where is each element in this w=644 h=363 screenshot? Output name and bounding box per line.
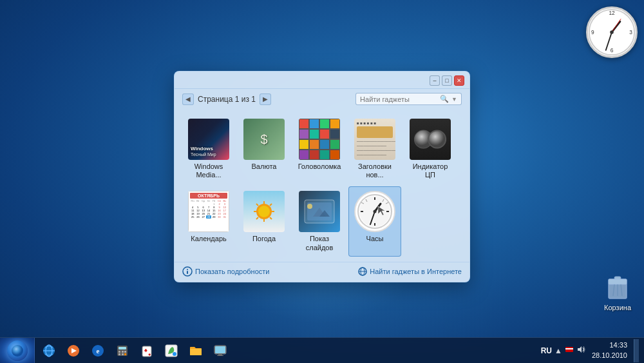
page-label: Страница 1 из 1 <box>198 95 256 104</box>
gadget-thumb-weather <box>243 191 285 232</box>
svg-rect-12 <box>614 277 621 279</box>
gadget-item-slideshow[interactable]: Показ слайдов <box>293 186 346 256</box>
svg-rect-63 <box>118 347 126 349</box>
svg-text:♠: ♠ <box>144 347 147 353</box>
gadget-thumb-slideshow <box>299 191 340 232</box>
start-orb <box>7 340 28 361</box>
taskbar-icon-ie[interactable] <box>37 339 61 362</box>
gadget-name-currency: Валюта <box>252 162 277 171</box>
search-button[interactable]: 🔍 <box>440 95 449 103</box>
taskbar-clock[interactable]: 14:33 28.10.2010 <box>588 340 631 360</box>
svg-point-21 <box>258 206 270 217</box>
taskbar-icon-cards[interactable]: ♠ ♠ <box>135 339 158 362</box>
taskbar-icons: e ♠ ♠ <box>35 339 536 362</box>
close-button[interactable]: ✕ <box>454 75 464 86</box>
taskbar-icon-calc[interactable] <box>111 339 134 362</box>
search-input[interactable] <box>360 95 437 103</box>
taskbar-date: 28.10.2010 <box>592 351 627 360</box>
minimize-button[interactable]: – <box>430 75 440 86</box>
show-desktop-button[interactable] <box>634 339 639 362</box>
gadget-dialog: – □ ✕ ◀ Страница 1 из 1 ▶ 🔍 ▼ Windows Те… <box>174 71 470 282</box>
system-tray: ▲ <box>554 345 585 356</box>
svg-rect-66 <box>124 351 126 353</box>
gadget-item-puzzle[interactable]: Головоломка <box>293 114 346 184</box>
network-icon[interactable] <box>565 345 574 356</box>
gadget-name-clock: Часы <box>366 235 384 243</box>
taskbar-icon-browser[interactable]: e <box>86 339 109 362</box>
gadget-name-puzzle: Головоломка <box>298 162 341 171</box>
gadget-item-calendar[interactable]: ОКТЯБРЬ Пн Вт Ср Чт Пт Сб Вс 123 4567891… <box>182 186 235 256</box>
maximize-button[interactable]: □ <box>442 75 452 86</box>
find-gadgets-label: Найти гаджеты в Интернете <box>370 268 462 275</box>
gadget-name-headlines: Заголовки нов... <box>352 162 398 179</box>
prev-page-button[interactable]: ◀ <box>182 93 194 105</box>
gadget-name-media: Windows Media... <box>185 162 232 179</box>
svg-line-29 <box>256 217 258 219</box>
taskbar-icon-paint[interactable] <box>160 339 183 362</box>
svg-text:3: 3 <box>629 29 632 35</box>
next-page-button[interactable]: ▶ <box>260 93 271 105</box>
gadget-thumb-calendar: ОКТЯБРЬ Пн Вт Ср Чт Пт Сб Вс 123 4567891… <box>188 191 229 232</box>
gadget-thumb-puzzle <box>299 119 340 160</box>
gadget-thumb-headlines: ■ ■ ■ ■ ■ ■ ───────────────── ──────────… <box>354 119 395 160</box>
start-button[interactable] <box>0 338 35 364</box>
svg-point-54 <box>12 345 23 357</box>
taskbar-icon-folder[interactable] <box>184 339 207 362</box>
gadget-thumb-media: Windows Тесный Мир <box>188 119 229 160</box>
language-indicator[interactable]: RU <box>541 346 552 355</box>
svg-text:9: 9 <box>591 29 594 35</box>
svg-point-34 <box>307 204 312 209</box>
find-gadgets-link[interactable]: Найти гаджеты в Интернете <box>358 267 462 276</box>
svg-rect-50 <box>187 271 188 274</box>
gadget-item-currency[interactable]: $ Валюта <box>238 114 290 184</box>
gadget-name-cpu: Индикатор ЦП <box>407 162 453 179</box>
gadget-item-headlines[interactable]: ■ ■ ■ ■ ■ ■ ───────────────── ──────────… <box>348 114 401 184</box>
svg-rect-69 <box>124 353 126 355</box>
svg-rect-76 <box>215 346 225 353</box>
svg-rect-78 <box>217 355 223 356</box>
show-details-label: Показать подробности <box>195 268 269 275</box>
gadget-name-weather: Погода <box>252 235 276 243</box>
search-box: 🔍 ▼ <box>355 93 462 105</box>
taskbar-icon-media[interactable] <box>62 339 85 362</box>
taskbar-right: RU ▲ 14:33 <box>536 339 644 362</box>
svg-text:♠: ♠ <box>148 353 151 357</box>
taskbar-icon-monitor[interactable] <box>209 339 232 362</box>
search-dropdown[interactable]: ▼ <box>451 96 457 103</box>
svg-rect-68 <box>122 353 124 355</box>
dialog-footer: Показать подробности Найти гаджеты в Инт… <box>175 262 469 282</box>
gadget-item-cpu[interactable]: Индикатор ЦП <box>404 114 457 184</box>
svg-rect-67 <box>118 353 120 355</box>
tray-expand-icon[interactable]: ▲ <box>554 346 562 355</box>
gadget-name-calendar: Календарь <box>191 235 227 243</box>
svg-point-9 <box>610 30 614 34</box>
svg-text:12: 12 <box>609 10 615 16</box>
show-details-link[interactable]: Показать подробности <box>182 266 269 277</box>
svg-text:6: 6 <box>611 47 614 54</box>
svg-text:e: e <box>97 347 100 355</box>
svg-line-28 <box>270 204 272 206</box>
volume-icon[interactable] <box>576 345 585 356</box>
recycle-bin[interactable]: Корзина <box>604 270 631 311</box>
gadget-item-media[interactable]: Windows Тесный Мир Windows Media... <box>182 114 235 184</box>
desktop-clock: 12 3 6 9 <box>586 6 638 58</box>
gadget-item-clock[interactable]: Часы <box>348 186 401 256</box>
dialog-nav: ◀ Страница 1 из 1 ▶ 🔍 ▼ <box>175 89 469 109</box>
svg-rect-65 <box>122 351 124 353</box>
gadget-name-slideshow: Показ слайдов <box>296 235 343 251</box>
svg-line-27 <box>270 217 272 219</box>
recycle-bin-label: Корзина <box>604 304 631 311</box>
svg-point-47 <box>374 210 377 213</box>
svg-rect-11 <box>609 279 627 284</box>
svg-point-74 <box>173 352 176 356</box>
gadget-thumb-currency: $ <box>243 119 285 160</box>
gadget-item-weather[interactable]: Погода <box>238 186 290 256</box>
taskbar-time: 14:33 <box>592 340 627 350</box>
svg-line-26 <box>256 204 258 206</box>
svg-point-49 <box>187 269 188 270</box>
gadgets-grid: Windows Тесный Мир Windows Media... $ Ва… <box>175 109 469 262</box>
dialog-titlebar: – □ ✕ <box>175 72 469 89</box>
taskbar: e ♠ ♠ <box>0 337 644 363</box>
svg-rect-64 <box>118 351 120 353</box>
svg-rect-77 <box>218 354 222 355</box>
